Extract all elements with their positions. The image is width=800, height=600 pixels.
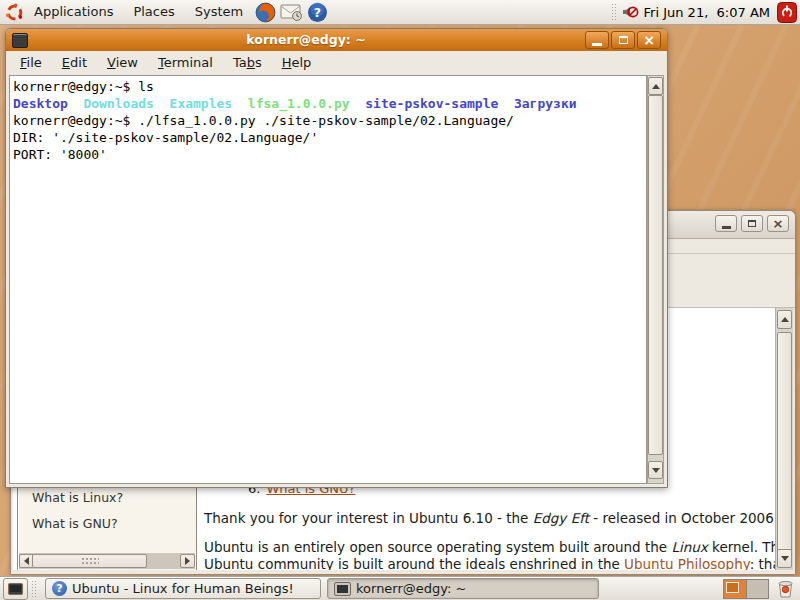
browser-close-button[interactable]: ×: [767, 215, 789, 232]
workspace-switcher: [723, 579, 769, 599]
task-button-label: kornerr@edgy: ~: [356, 581, 467, 596]
terminal-menu-file[interactable]: File: [10, 51, 52, 75]
terminal-line-1: kornerr@edgy:~$ ls: [13, 78, 646, 95]
top-panel: ApplicationsPlacesSystem: [0, 0, 800, 25]
power-button[interactable]: [777, 2, 797, 23]
vertical-scrollbar-thumb[interactable]: [777, 332, 792, 552]
help-icon: ?: [52, 581, 67, 596]
svg-text:?: ?: [314, 5, 321, 20]
terminal-scrollbar[interactable]: [647, 75, 664, 484]
terminal-window: kornerr@edgy: ~ × FileEditViewTerminalTa…: [5, 28, 668, 488]
terminal-menubar: FileEditViewTerminalTabsHelp: [6, 51, 667, 75]
menu-applications[interactable]: Applications: [24, 0, 123, 24]
terminal-menu-edit[interactable]: Edit: [52, 51, 97, 75]
terminal-maximize-button[interactable]: [611, 31, 635, 49]
task-button-label: Ubuntu - Linux for Human Beings!: [72, 581, 294, 596]
taskbar: ?Ubuntu - Linux for Human Beings!kornerr…: [0, 576, 800, 600]
terminal-title: kornerr@edgy: ~: [30, 29, 582, 51]
terminal-minimize-button[interactable]: [585, 31, 609, 49]
workspace-1[interactable]: [724, 580, 746, 598]
scroll-down-button[interactable]: [777, 549, 792, 568]
scroll-up-button[interactable]: [777, 310, 792, 329]
task-button-ubuntu-linux-for-human-beings[interactable]: ?Ubuntu - Linux for Human Beings!: [45, 578, 321, 599]
desktop: × What is Linux?What is GNU? 6.What is G…: [0, 0, 800, 600]
terminal-close-button[interactable]: ×: [637, 31, 661, 49]
workspace-2[interactable]: [746, 580, 768, 598]
panel-menus: ApplicationsPlacesSystem: [24, 0, 253, 24]
browser-minimize-button[interactable]: [715, 215, 737, 232]
terminal-scroll-down-button[interactable]: [648, 461, 663, 479]
terminal-menu-terminal[interactable]: Terminal: [148, 51, 223, 75]
terminal-line-3: kornerr@edgy:~$ ./lfsa_1.0.0.py ./site-p…: [13, 112, 646, 129]
terminal-titlebar[interactable]: kornerr@edgy: ~ ×: [6, 29, 667, 51]
toc-link-what-is-gnu[interactable]: What is GNU?: [32, 516, 118, 531]
terminal-menu-view[interactable]: View: [97, 51, 148, 75]
taskbar-buttons: ?Ubuntu - Linux for Human Beings!kornerr…: [45, 578, 599, 599]
show-desktop-button[interactable]: [3, 578, 28, 600]
task-button-kornerr-edgy[interactable]: kornerr@edgy: ~: [327, 578, 599, 599]
terminal-line-4: DIR: './site-pskov-sample/02.Language/': [13, 129, 646, 146]
help-launcher-icon[interactable]: ?: [307, 2, 328, 23]
terminal-line-2: Desktop Downloads Examples lfsa_1.0.0.py…: [13, 95, 646, 112]
menu-places[interactable]: Places: [123, 0, 184, 24]
browser-paragraph-1: Thank you for your interest in Ubuntu 6.…: [204, 510, 778, 527]
scroll-right-button[interactable]: [180, 554, 195, 568]
show-desktop-icon: [8, 583, 23, 595]
toc-horizontal-scrollbar[interactable]: [19, 553, 195, 569]
browser-paragraph-2-line-1: Ubuntu is an entirely open source operat…: [204, 539, 787, 556]
link-ubuntu-philosophy[interactable]: Ubuntu Philosophy: [624, 556, 750, 570]
terminal-scroll-up-button[interactable]: [648, 77, 663, 95]
browser-paragraph-2-line-2: Ubuntu community is built around the ide…: [204, 556, 786, 570]
terminal-window-icon: [12, 33, 28, 48]
trash-icon[interactable]: [776, 579, 795, 598]
panel-launchers: ?: [253, 2, 330, 23]
terminal-line-5: PORT: '8000': [13, 146, 646, 163]
volume-muted-icon[interactable]: [621, 3, 639, 21]
horizontal-scrollbar-thumb[interactable]: [32, 554, 147, 568]
browser-vertical-scrollbar[interactable]: [775, 308, 793, 570]
taskbar-drag-handle[interactable]: [31, 580, 38, 598]
evolution-mail-icon[interactable]: [280, 3, 303, 22]
menu-system[interactable]: System: [185, 0, 253, 24]
toc-link-what-is-linux[interactable]: What is Linux?: [32, 490, 123, 505]
panel-drag-handle[interactable]: [611, 3, 618, 21]
terminal-menu-tabs[interactable]: Tabs: [223, 51, 272, 75]
terminal-icon: [334, 582, 351, 596]
terminal-menu-help[interactable]: Help: [272, 51, 322, 75]
terminal-screen[interactable]: kornerr@edgy:~$ lsDesktop Downloads Exam…: [9, 75, 647, 484]
browser-maximize-button[interactable]: [741, 215, 763, 232]
terminal-scrollbar-thumb[interactable]: [648, 95, 663, 455]
clock[interactable]: Fri Jun 21, 6:07 AM: [644, 5, 770, 20]
ubuntu-logo-icon: [5, 3, 24, 22]
firefox-launcher-icon[interactable]: [255, 2, 276, 23]
